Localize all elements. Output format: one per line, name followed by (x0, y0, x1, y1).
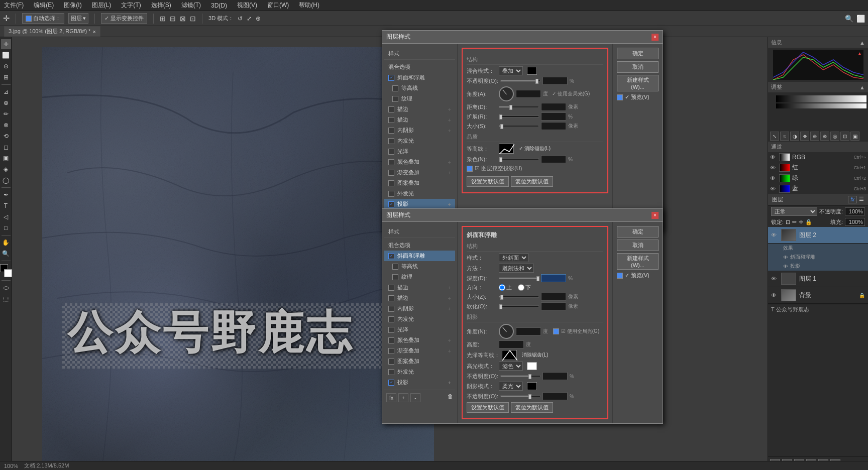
canvas-image[interactable]: 公众号野鹿志 (42, 47, 434, 464)
dialog2-drop-shadow-item[interactable]: 投影 + (384, 377, 455, 388)
tab-close-icon[interactable]: × (92, 29, 95, 35)
menu-view[interactable]: 视图(V) (235, 0, 259, 11)
d2-soften-thumb[interactable] (499, 304, 502, 309)
mask-mode-btn[interactable]: ⬭ (1, 283, 11, 293)
menu-layer[interactable]: 图层(L) (90, 0, 114, 11)
opacity-slider[interactable] (500, 80, 540, 82)
dialog2-stroke1-plus[interactable]: + (448, 285, 451, 291)
exposure-icon[interactable]: ◑ (790, 132, 799, 141)
d2-anti-alias-label[interactable]: 消除锯齿(L) (522, 351, 548, 359)
d2-angle-input[interactable]: 130 (516, 327, 541, 335)
dialog2-color-overlay-item[interactable]: 颜色叠加 + (384, 335, 455, 345)
eraser-tool[interactable]: ◻ (1, 142, 11, 152)
pattern-overlay-checkbox[interactable] (388, 180, 394, 186)
gradient-map-icon[interactable]: ▣ (850, 132, 859, 141)
distance-form-input[interactable]: 12 (541, 103, 566, 111)
noise-slider[interactable] (499, 158, 539, 160)
opacity-slider-thumb[interactable] (535, 79, 538, 84)
color-balance-icon[interactable]: ⊗ (820, 132, 829, 141)
dialog2-bevel-checkbox[interactable] (388, 253, 394, 259)
effects-row[interactable]: 效果 (768, 244, 868, 253)
dialog2-inner-glow-item[interactable]: 内发光 (384, 314, 455, 324)
d2-opacity1-input[interactable]: 75 (542, 372, 568, 380)
angle-indicator[interactable] (499, 86, 514, 101)
d2-gloss-preview[interactable] (502, 350, 517, 360)
dialog2-outer-glow-item[interactable]: 外发光 (384, 367, 455, 377)
d2-angle-indicator[interactable] (499, 324, 514, 339)
global-light-label[interactable]: ✓ 使用全局光(G) (552, 90, 590, 97)
inner-shadow-checkbox[interactable] (388, 128, 394, 134)
hand-tool[interactable]: ✋ (1, 238, 11, 248)
dialog2-texture-item[interactable]: 纹理 (384, 272, 455, 282)
style-inner-glow-item[interactable]: 内发光 (384, 136, 455, 146)
d2-default-btn[interactable]: 设置为默认值 (467, 402, 509, 413)
info-panel-header[interactable]: 信息 ▲ (768, 37, 868, 48)
auto-select-type[interactable]: 图层 ▾ (68, 13, 88, 24)
menu-image[interactable]: 图像(I) (62, 0, 83, 11)
dialog2-color-plus[interactable]: + (448, 337, 451, 343)
blend-mode-form-select[interactable]: 叠加 (499, 66, 523, 75)
channel-rgb[interactable]: 👁 RGB Ctrl+~ (768, 152, 868, 162)
drop-shadow-plus[interactable]: + (448, 201, 451, 207)
dialog2-satin-item[interactable]: 光泽 (384, 324, 455, 335)
dialog2-left-add-btn[interactable]: + (398, 393, 408, 402)
drop-shadow-checkbox[interactable] (388, 201, 394, 207)
size-slider-thumb[interactable] (500, 124, 503, 129)
dialog1-preview-checkbox[interactable] (617, 94, 623, 100)
dialog2-satin-checkbox[interactable] (388, 327, 394, 333)
d2-opacity1-thumb[interactable] (528, 374, 531, 379)
dialog2-pattern-checkbox[interactable] (388, 359, 394, 365)
dialog2-gradient-plus[interactable]: + (448, 348, 451, 354)
dialog1-close-btn[interactable]: × (652, 34, 659, 41)
pen-tool[interactable]: ✒ (1, 190, 11, 200)
auto-select-checkbox[interactable]: 自动选择： (22, 13, 64, 24)
lock-pixels-icon[interactable]: ✏ (792, 219, 797, 225)
document-tab[interactable]: 3.jpg @ 100% (图层 2, RGB/8#) * × (4, 26, 100, 37)
blur-tool[interactable]: ◈ (1, 164, 11, 174)
dodge-tool[interactable]: ◯ (1, 175, 11, 185)
d2-dir-up-label[interactable]: 上 (499, 284, 512, 291)
d2-highlight-select[interactable]: 滤色 (499, 362, 523, 371)
menu-window[interactable]: 窗口(W) (265, 0, 291, 11)
dialog2-drop-shadow-checkbox[interactable] (388, 380, 394, 386)
stroke1-checkbox[interactable] (388, 106, 394, 112)
bw-icon[interactable]: ◎ (830, 132, 839, 141)
shape-tool[interactable]: □ (1, 223, 11, 233)
color-overlay-checkbox[interactable] (388, 159, 394, 165)
layer-item-layer2[interactable]: 👁 图层 2 (768, 227, 868, 244)
dialog2-drop-shadow-plus[interactable]: + (448, 380, 451, 386)
dialog1-default-btn[interactable]: 设置为默认值 (467, 176, 509, 187)
d2-size-slider[interactable] (499, 296, 539, 298)
d2-reset-btn[interactable]: 复位为默认值 (511, 402, 553, 413)
d2-opacity1-slider[interactable] (500, 375, 540, 377)
search-icon[interactable]: 🔍 (845, 15, 853, 23)
contour-checkbox[interactable] (392, 85, 398, 91)
dialog2-stroke2-plus[interactable]: + (448, 295, 451, 301)
menu-edit[interactable]: 编辑(E) (32, 0, 56, 11)
bg-eye-icon[interactable]: 👁 (771, 292, 778, 298)
dialog2-left-fx-btn[interactable]: fx (386, 393, 396, 402)
inner-glow-checkbox[interactable] (388, 138, 394, 144)
d2-soften-input[interactable]: 0 (541, 302, 566, 310)
dialog1-cancel-btn[interactable]: 取消 (617, 61, 659, 73)
show-transform-btn[interactable]: ✓ 显示变换控件 (101, 13, 147, 24)
contour-preview[interactable] (499, 144, 514, 154)
d2-opacity2-thumb[interactable] (528, 394, 531, 399)
dialog2-stroke1-checkbox[interactable] (388, 285, 394, 291)
texture-checkbox[interactable] (392, 96, 398, 102)
3d-pan-icon[interactable]: ⤢ (247, 15, 252, 22)
dialog1-new-style-btn[interactable]: 新建样式(W)... (617, 75, 659, 91)
layer-item-layer1[interactable]: 👁 图层 1 (768, 271, 868, 287)
hsl-icon[interactable]: ⊕ (810, 132, 819, 141)
adjustments-panel-header[interactable]: 调整 ▲ (768, 82, 868, 92)
noise-slider-thumb[interactable] (499, 157, 502, 162)
layer1-eye-icon[interactable]: 👁 (771, 276, 778, 282)
d2-opacity2-input[interactable]: 75 (542, 392, 568, 400)
dialog2-stroke2-item[interactable]: 描边 + (384, 293, 455, 303)
noise-form-input[interactable]: 0 (541, 155, 566, 163)
dialog2-close-btn[interactable]: × (652, 212, 659, 219)
dialog2-contour-checkbox[interactable] (392, 264, 398, 270)
fill-input[interactable] (845, 218, 865, 226)
menu-filter[interactable]: 滤镜(T) (179, 0, 203, 11)
style-stroke-item2[interactable]: 描边 + (384, 114, 455, 125)
